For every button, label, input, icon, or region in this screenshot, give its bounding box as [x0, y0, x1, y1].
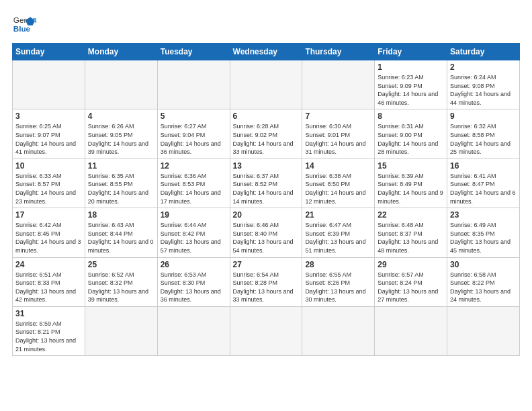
calendar-cell: 13Sunrise: 6:37 AM Sunset: 8:52 PM Dayli…	[230, 158, 302, 208]
calendar-cell	[157, 306, 230, 355]
day-number: 16	[450, 161, 517, 171]
calendar-cell: 23Sunrise: 6:49 AM Sunset: 8:35 PM Dayli…	[447, 208, 520, 257]
day-info: Sunrise: 6:46 AM Sunset: 8:40 PM Dayligh…	[233, 221, 300, 255]
day-info: Sunrise: 6:37 AM Sunset: 8:52 PM Dayligh…	[233, 172, 300, 205]
day-number: 26	[161, 260, 227, 269]
calendar-cell: 15Sunrise: 6:39 AM Sunset: 8:49 PM Dayli…	[375, 158, 447, 208]
day-number: 17	[15, 210, 82, 220]
generalblue-logo-icon: General Blue	[12, 12, 36, 36]
day-number: 3	[15, 111, 82, 121]
calendar-cell: 18Sunrise: 6:43 AM Sunset: 8:44 PM Dayli…	[85, 208, 157, 257]
calendar-cell	[302, 306, 375, 355]
day-info: Sunrise: 6:23 AM Sunset: 9:09 PM Dayligh…	[378, 73, 444, 107]
calendar-cell: 3Sunrise: 6:25 AM Sunset: 9:07 PM Daylig…	[13, 109, 85, 158]
calendar-cell: 17Sunrise: 6:42 AM Sunset: 8:45 PM Dayli…	[13, 208, 85, 257]
calendar-cell: 19Sunrise: 6:44 AM Sunset: 8:42 PM Dayli…	[157, 208, 230, 257]
day-number: 1	[378, 62, 444, 72]
calendar-cell: 29Sunrise: 6:57 AM Sunset: 8:24 PM Dayli…	[375, 257, 447, 306]
calendar-cell: 26Sunrise: 6:53 AM Sunset: 8:30 PM Dayli…	[157, 257, 230, 306]
calendar-cell: 27Sunrise: 6:54 AM Sunset: 8:28 PM Dayli…	[230, 257, 302, 306]
calendar-cell: 22Sunrise: 6:48 AM Sunset: 8:37 PM Dayli…	[375, 208, 447, 257]
day-info: Sunrise: 6:44 AM Sunset: 8:42 PM Dayligh…	[161, 221, 227, 255]
day-number: 7	[305, 111, 371, 121]
day-info: Sunrise: 6:41 AM Sunset: 8:47 PM Dayligh…	[450, 172, 517, 205]
calendar-cell: 9Sunrise: 6:32 AM Sunset: 8:58 PM Daylig…	[447, 109, 520, 158]
calendar-cell: 16Sunrise: 6:41 AM Sunset: 8:47 PM Dayli…	[447, 158, 520, 208]
day-info: Sunrise: 6:25 AM Sunset: 9:07 PM Dayligh…	[15, 122, 82, 156]
calendar-cell: 12Sunrise: 6:36 AM Sunset: 8:53 PM Dayli…	[157, 158, 230, 208]
calendar-cell: 25Sunrise: 6:52 AM Sunset: 8:32 PM Dayli…	[85, 257, 157, 306]
day-info: Sunrise: 6:54 AM Sunset: 8:28 PM Dayligh…	[233, 271, 300, 304]
day-info: Sunrise: 6:59 AM Sunset: 8:21 PM Dayligh…	[15, 320, 82, 353]
calendar-cell: 31Sunrise: 6:59 AM Sunset: 8:21 PM Dayli…	[13, 306, 85, 355]
day-info: Sunrise: 6:28 AM Sunset: 9:02 PM Dayligh…	[233, 122, 300, 156]
day-info: Sunrise: 6:32 AM Sunset: 8:58 PM Dayligh…	[450, 122, 517, 156]
calendar-cell	[157, 60, 230, 109]
day-number: 18	[88, 210, 154, 220]
day-info: Sunrise: 6:57 AM Sunset: 8:24 PM Dayligh…	[378, 271, 444, 304]
calendar-week-row: 24Sunrise: 6:51 AM Sunset: 8:33 PM Dayli…	[13, 257, 520, 306]
weekday-header-monday: Monday	[85, 44, 157, 60]
day-number: 24	[15, 260, 82, 269]
calendar-cell	[447, 306, 520, 355]
calendar-cell: 20Sunrise: 6:46 AM Sunset: 8:40 PM Dayli…	[230, 208, 302, 257]
calendar-table: SundayMondayTuesdayWednesdayThursdayFrid…	[12, 43, 520, 356]
calendar-cell	[85, 60, 157, 109]
calendar-week-row: 10Sunrise: 6:33 AM Sunset: 8:57 PM Dayli…	[13, 158, 520, 208]
calendar-cell	[13, 60, 85, 109]
weekday-header-tuesday: Tuesday	[157, 44, 230, 60]
day-info: Sunrise: 6:31 AM Sunset: 9:00 PM Dayligh…	[378, 122, 444, 156]
day-info: Sunrise: 6:55 AM Sunset: 8:26 PM Dayligh…	[305, 271, 371, 304]
day-number: 9	[450, 111, 517, 121]
weekday-header-thursday: Thursday	[302, 44, 375, 60]
day-info: Sunrise: 6:47 AM Sunset: 8:39 PM Dayligh…	[305, 221, 371, 255]
day-number: 20	[233, 210, 300, 220]
calendar-cell: 5Sunrise: 6:27 AM Sunset: 9:04 PM Daylig…	[157, 109, 230, 158]
day-info: Sunrise: 6:52 AM Sunset: 8:32 PM Dayligh…	[88, 271, 154, 304]
day-number: 22	[378, 210, 444, 220]
page: General Blue SundayMondayTuesdayWednesda…	[0, 0, 532, 411]
weekday-header-saturday: Saturday	[447, 44, 520, 60]
calendar-week-row: 1Sunrise: 6:23 AM Sunset: 9:09 PM Daylig…	[13, 60, 520, 109]
day-number: 13	[233, 161, 300, 171]
weekday-header-wednesday: Wednesday	[230, 44, 302, 60]
day-info: Sunrise: 6:48 AM Sunset: 8:37 PM Dayligh…	[378, 221, 444, 255]
day-info: Sunrise: 6:43 AM Sunset: 8:44 PM Dayligh…	[88, 221, 154, 255]
day-info: Sunrise: 6:24 AM Sunset: 9:08 PM Dayligh…	[450, 73, 517, 107]
calendar-cell	[85, 306, 157, 355]
calendar-cell: 21Sunrise: 6:47 AM Sunset: 8:39 PM Dayli…	[302, 208, 375, 257]
day-info: Sunrise: 6:38 AM Sunset: 8:50 PM Dayligh…	[305, 172, 371, 205]
calendar-cell: 11Sunrise: 6:35 AM Sunset: 8:55 PM Dayli…	[85, 158, 157, 208]
calendar-cell: 4Sunrise: 6:26 AM Sunset: 9:05 PM Daylig…	[85, 109, 157, 158]
calendar-cell: 7Sunrise: 6:30 AM Sunset: 9:01 PM Daylig…	[302, 109, 375, 158]
day-info: Sunrise: 6:58 AM Sunset: 8:22 PM Dayligh…	[450, 271, 517, 304]
day-number: 2	[450, 62, 517, 72]
header: General Blue	[12, 12, 520, 36]
weekday-header-row: SundayMondayTuesdayWednesdayThursdayFrid…	[13, 44, 520, 60]
day-number: 27	[233, 260, 300, 269]
calendar-cell: 24Sunrise: 6:51 AM Sunset: 8:33 PM Dayli…	[13, 257, 85, 306]
calendar-cell: 8Sunrise: 6:31 AM Sunset: 9:00 PM Daylig…	[375, 109, 447, 158]
calendar-cell: 14Sunrise: 6:38 AM Sunset: 8:50 PM Dayli…	[302, 158, 375, 208]
day-number: 28	[305, 260, 371, 269]
logo: General Blue	[12, 12, 36, 36]
weekday-header-sunday: Sunday	[13, 44, 85, 60]
day-number: 10	[15, 161, 82, 171]
calendar-cell: 2Sunrise: 6:24 AM Sunset: 9:08 PM Daylig…	[447, 60, 520, 109]
calendar-week-row: 17Sunrise: 6:42 AM Sunset: 8:45 PM Dayli…	[13, 208, 520, 257]
day-number: 25	[88, 260, 154, 269]
calendar-cell: 6Sunrise: 6:28 AM Sunset: 9:02 PM Daylig…	[230, 109, 302, 158]
calendar-cell: 10Sunrise: 6:33 AM Sunset: 8:57 PM Dayli…	[13, 158, 85, 208]
day-number: 4	[88, 111, 154, 121]
calendar-cell	[230, 306, 302, 355]
calendar-cell	[302, 60, 375, 109]
day-number: 12	[161, 161, 227, 171]
calendar-cell: 28Sunrise: 6:55 AM Sunset: 8:26 PM Dayli…	[302, 257, 375, 306]
day-number: 6	[233, 111, 300, 121]
day-info: Sunrise: 6:33 AM Sunset: 8:57 PM Dayligh…	[15, 172, 82, 205]
day-info: Sunrise: 6:51 AM Sunset: 8:33 PM Dayligh…	[15, 271, 82, 304]
calendar-cell: 30Sunrise: 6:58 AM Sunset: 8:22 PM Dayli…	[447, 257, 520, 306]
day-number: 23	[450, 210, 517, 220]
day-number: 30	[450, 260, 517, 269]
calendar-cell	[230, 60, 302, 109]
